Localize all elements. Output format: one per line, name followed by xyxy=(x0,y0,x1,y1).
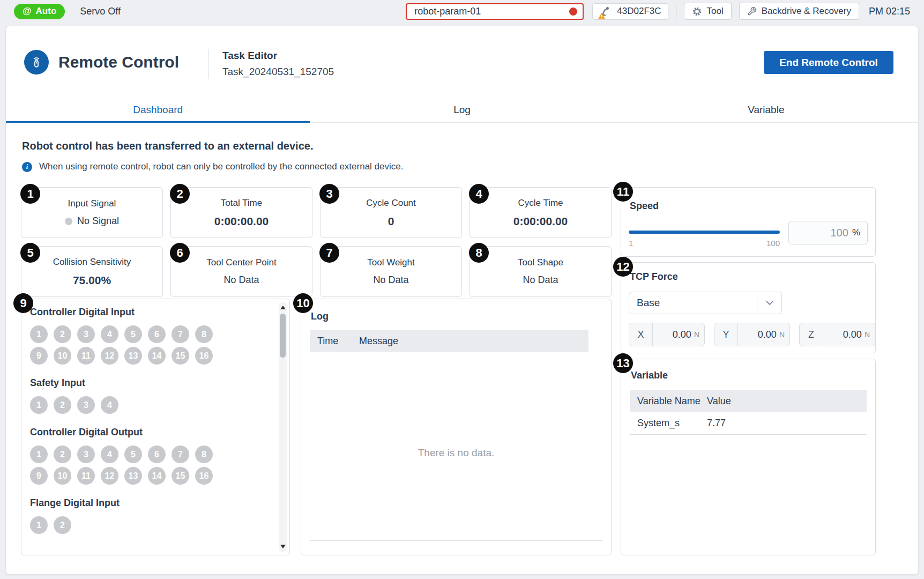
io-scrollbar[interactable] xyxy=(279,302,287,552)
io-indicator-12: 12 xyxy=(101,467,118,485)
speed-value: 100 xyxy=(831,227,848,239)
stat-card-value: No Data xyxy=(523,274,558,286)
tcp-force-axis-y: Y0.00N xyxy=(714,323,790,346)
task-editor-label: Task Editor xyxy=(222,50,277,62)
stat-card-title: Collision Sensitivity xyxy=(53,257,131,268)
variable-column-name: Variable Name xyxy=(637,396,707,407)
variable-column-value: Value xyxy=(707,396,731,407)
stat-card-value: No Data xyxy=(373,274,408,286)
annotation-badge-1: 1 xyxy=(20,184,40,204)
chevron-down-icon[interactable] xyxy=(757,292,781,314)
annotation-badge-9: 9 xyxy=(13,293,33,313)
robot-id-box[interactable]: 43D02F3C xyxy=(592,3,668,20)
io-indicator-1: 1 xyxy=(30,396,48,414)
axis-label: Y xyxy=(714,323,738,346)
stat-card-tool-weight: 7Tool WeightNo Data xyxy=(320,246,462,297)
io-section-label: Safety Input xyxy=(30,377,271,389)
backdrive-recovery-button[interactable]: Backdrive & Recovery xyxy=(739,3,859,20)
io-section-label: Flange Digital Input xyxy=(30,498,271,509)
log-footer-divider xyxy=(310,540,602,541)
stat-card-title: Cycle Count xyxy=(366,198,416,209)
variable-name: System_s xyxy=(637,418,707,429)
tool-button[interactable]: Tool xyxy=(684,3,732,20)
robot-param-field[interactable]: robot-param-01 xyxy=(406,3,584,20)
header-divider xyxy=(208,49,209,79)
stat-card-total-time: 2Total Time0:00:00.00 xyxy=(170,187,312,238)
stat-card-collision-sensitivity: 5Collision Sensitivity75.00% xyxy=(21,246,163,297)
tcp-force-axis-x: X0.00N xyxy=(629,323,705,346)
reference-frame-value: Base xyxy=(629,297,757,309)
io-indicator-1: 1 xyxy=(30,446,48,463)
annotation-badge-11: 11 xyxy=(613,182,633,202)
log-column-message: Message xyxy=(359,336,398,347)
stat-card-title: Tool Weight xyxy=(367,257,415,268)
stat-card-value: 0 xyxy=(388,215,394,228)
log-panel: 10 Log Time Message There is no data. xyxy=(301,299,612,555)
variable-row: System_s7.77 xyxy=(630,412,867,435)
top-status-bar: @ Auto Servo Off robot-param-01 xyxy=(0,0,924,23)
tcp-force-axes: X0.00NY0.00NZ0.00N xyxy=(629,323,875,346)
io-indicator-4: 4 xyxy=(101,446,118,463)
annotation-badge-3: 3 xyxy=(319,184,339,204)
speed-slider-scale: 1 100 xyxy=(629,239,780,248)
io-indicator-3: 3 xyxy=(77,396,95,414)
annotation-badge-10: 10 xyxy=(293,293,313,313)
io-indicator-8: 8 xyxy=(195,446,213,463)
io-indicator-9: 9 xyxy=(30,467,48,485)
io-indicator-14: 14 xyxy=(148,467,166,485)
log-panel-title: Log xyxy=(311,311,329,322)
notice-title: Robot control has been transferred to an… xyxy=(22,140,313,152)
slider-min-label: 1 xyxy=(629,239,633,248)
stat-card-value: No Signal xyxy=(65,216,119,227)
stat-card-value: 75.00% xyxy=(73,274,111,287)
mode-badge[interactable]: @ Auto xyxy=(14,4,65,19)
reference-frame-select[interactable]: Base xyxy=(629,292,782,314)
tab-dashboard[interactable]: Dashboard xyxy=(6,98,310,122)
io-section-safety-input: Safety Input1234 xyxy=(30,377,271,414)
io-indicator-row: 910111213141516 xyxy=(30,347,271,365)
io-indicator-16: 16 xyxy=(195,467,213,485)
annotation-badge-2: 2 xyxy=(170,184,190,204)
io-indicator-1: 1 xyxy=(30,325,48,343)
speed-unit: % xyxy=(852,227,860,238)
stat-card-cycle-time: 4Cycle Time0:00:00.00 xyxy=(470,187,612,238)
variable-table: Variable Name Value System_s7.77 xyxy=(630,390,867,435)
servo-status-label: Servo Off xyxy=(80,6,121,17)
stat-card-cycle-count: 3Cycle Count0 xyxy=(320,187,462,238)
annotation-badge-6: 6 xyxy=(170,243,190,263)
io-indicator-16: 16 xyxy=(195,347,213,365)
io-scroll-area: Controller Digital Input1234567891011121… xyxy=(30,307,271,551)
annotation-badge-8: 8 xyxy=(469,243,489,263)
variable-panel-title: Variable xyxy=(631,370,668,381)
io-indicator-row: 910111213141516 xyxy=(30,467,271,485)
speed-value-input[interactable]: 100 % xyxy=(788,221,868,244)
scroll-up-icon[interactable] xyxy=(280,306,286,309)
scroll-down-icon[interactable] xyxy=(280,545,286,548)
variable-table-body: System_s7.77 xyxy=(630,412,867,435)
digital-io-panel: 9 Controller Digital Input12345678910111… xyxy=(21,299,290,555)
stat-card-title: Input Signal xyxy=(68,198,116,209)
tab-log[interactable]: Log xyxy=(310,98,614,122)
notice-info-text: When using remote control, robot can onl… xyxy=(39,161,403,172)
tcp-force-panel: 12 TCP Force Base X0.00NY0.00NZ0.00N xyxy=(621,262,876,353)
axis-value: 0.00N xyxy=(653,323,704,346)
speed-slider-track[interactable] xyxy=(629,231,780,234)
robot-id-label: 43D02F3C xyxy=(617,6,661,17)
speed-slider[interactable]: 1 100 xyxy=(629,216,780,248)
io-indicator-11: 11 xyxy=(77,347,95,365)
log-empty-message: There is no data. xyxy=(301,447,611,459)
io-indicator-7: 7 xyxy=(172,446,189,463)
stat-card-value: 0:00:00.00 xyxy=(214,215,269,228)
variable-table-header: Variable Name Value xyxy=(630,390,867,412)
end-remote-control-button[interactable]: End Remote Control xyxy=(764,51,893,74)
tab-variable[interactable]: Variable xyxy=(614,98,918,122)
scrollbar-thumb[interactable] xyxy=(280,314,286,358)
log-column-time: Time xyxy=(317,336,359,347)
io-section-label: Controller Digital Input xyxy=(30,307,271,318)
io-indicator-10: 10 xyxy=(54,347,71,365)
io-section-controller-digital-input: Controller Digital Input1234567891011121… xyxy=(30,307,271,365)
axis-label: Z xyxy=(800,323,823,346)
topbar-divider xyxy=(676,4,676,19)
signal-status-dot-icon xyxy=(65,218,72,225)
io-indicator-10: 10 xyxy=(54,467,71,485)
